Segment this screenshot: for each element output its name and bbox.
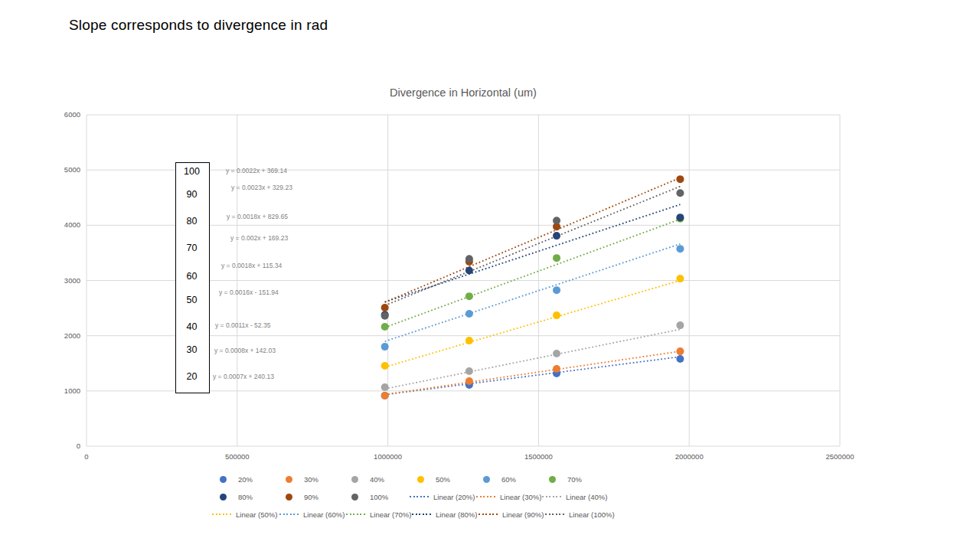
legend-label: Linear (60%): [303, 510, 345, 519]
trendline-equation: y = 0.0011x - 52.35: [215, 321, 270, 329]
legend-trendline-marker: [346, 514, 365, 515]
trendline-50%: [385, 280, 681, 367]
data-point-40%: [381, 383, 389, 391]
data-point-60%: [676, 245, 684, 253]
data-point-70%: [553, 254, 560, 262]
x-axis-tick-label: 0: [84, 452, 88, 461]
x-axis-tick-label: 1000000: [374, 452, 402, 461]
legend-label: Linear (70%): [370, 510, 411, 519]
legend-item-linear-40%-: Linear (40%): [542, 492, 607, 501]
legend-item-linear-30%-: Linear (30%): [476, 492, 541, 501]
data-point-40%: [466, 367, 473, 375]
trendline-equation: y = 0.0008x + 142.03: [214, 347, 276, 354]
legend-label: 30%: [304, 475, 318, 484]
legend-dot-marker: [220, 476, 227, 483]
legend-item-100%: 100%: [351, 492, 388, 501]
level-box-value: 100: [175, 166, 208, 177]
trendline-80%: [385, 204, 681, 302]
legend-label: 80%: [238, 493, 253, 501]
data-point-50%: [466, 337, 473, 344]
legend-item-60%: 60%: [483, 474, 516, 484]
trendline-90%: [385, 178, 681, 302]
legend-label: 70%: [567, 475, 582, 484]
data-point-40%: [553, 350, 560, 357]
legend-trendline-marker: [476, 496, 495, 497]
data-point-60%: [466, 310, 473, 318]
level-box-value: 30: [175, 344, 208, 355]
legend-label: Linear (40%): [566, 493, 607, 501]
legend-label: 60%: [501, 475, 516, 484]
legend-trendline-marker: [542, 496, 561, 497]
legend-trendline-marker: [412, 514, 431, 515]
data-point-100%: [676, 189, 684, 197]
trendline-equation: y = 0.0018x + 115.34: [221, 262, 282, 269]
y-axis-tick-label: 5000: [64, 165, 80, 174]
legend-label: Linear (100%): [569, 510, 615, 519]
legend-item-linear-70%-: Linear (70%): [346, 510, 411, 519]
y-axis-tick-label: 1000: [64, 386, 80, 395]
trendline-20%: [385, 357, 681, 395]
data-point-90%: [676, 175, 684, 183]
legend-dot-marker: [549, 476, 556, 483]
legend-dot-marker: [286, 476, 292, 483]
data-point-30%: [466, 377, 473, 385]
data-point-90%: [381, 304, 389, 311]
trendline-70%: [385, 219, 681, 327]
data-point-80%: [676, 214, 684, 221]
legend-trendline-marker: [212, 514, 231, 515]
slide: Slope corresponds to divergence in rad D…: [0, 0, 980, 551]
plot-svg: [0, 0, 980, 551]
legend-item-linear-80%-: Linear (80%): [412, 510, 477, 519]
legend-dot-marker: [286, 494, 292, 500]
data-point-50%: [381, 362, 389, 370]
x-axis-tick-label: 2500000: [826, 452, 854, 461]
legend-label: Linear (50%): [236, 510, 277, 519]
legend-item-20%: 20%: [220, 474, 253, 484]
legend-dot-marker: [220, 494, 227, 500]
legend-item-linear-90%-: Linear (90%): [479, 510, 544, 519]
legend-label: 50%: [436, 475, 450, 484]
y-axis-tick-label: 0: [77, 442, 80, 450]
data-point-50%: [553, 311, 560, 319]
data-point-80%: [466, 267, 473, 275]
trendline-equation: y = 0.0022x + 369.14: [226, 167, 287, 174]
data-point-40%: [676, 321, 684, 329]
level-box-value: 80: [175, 216, 208, 227]
legend-label: Linear (20%): [433, 493, 475, 501]
data-point-60%: [553, 286, 560, 294]
data-point-80%: [553, 232, 560, 240]
legend-dot-marker: [351, 494, 358, 500]
legend-dot-marker: [351, 476, 358, 483]
level-box-value: 70: [175, 243, 208, 253]
level-box-value: 40: [175, 321, 208, 332]
legend-item-linear-100%-: Linear (100%): [545, 510, 615, 519]
data-point-70%: [466, 292, 473, 300]
data-point-50%: [676, 275, 684, 282]
legend-item-80%: 80%: [220, 492, 253, 501]
trendline-equation: y = 0.002x + 169.23: [230, 234, 288, 242]
legend-dot-marker: [417, 476, 424, 483]
data-point-30%: [676, 347, 684, 355]
legend-trendline-marker: [545, 514, 564, 515]
legend-item-40%: 40%: [351, 474, 384, 484]
trendline-equation: y = 0.0023x + 329.23: [231, 184, 292, 191]
x-axis-tick-label: 1500000: [524, 452, 553, 461]
y-axis-tick-label: 6000: [64, 110, 80, 119]
legend-label: Linear (90%): [502, 510, 544, 519]
y-axis-tick-label: 4000: [64, 220, 80, 229]
data-point-30%: [553, 365, 560, 373]
level-box-value: 20: [175, 371, 208, 382]
data-point-60%: [381, 343, 389, 350]
legend-label: 100%: [370, 493, 388, 501]
legend-trendline-marker: [279, 514, 299, 515]
level-box-value: 90: [175, 189, 208, 200]
legend-trendline-marker: [410, 496, 429, 497]
trendline-60%: [385, 244, 681, 341]
level-box-value: 50: [175, 295, 208, 305]
trendline-30%: [385, 351, 681, 395]
trendline-equation: y = 0.0007x + 240.13: [213, 373, 274, 380]
legend-item-linear-50%-: Linear (50%): [212, 510, 277, 519]
trendline-equation: y = 0.0018x + 829.65: [227, 213, 288, 220]
legend-item-linear-60%-: Linear (60%): [279, 510, 345, 519]
legend-trendline-marker: [479, 514, 498, 515]
